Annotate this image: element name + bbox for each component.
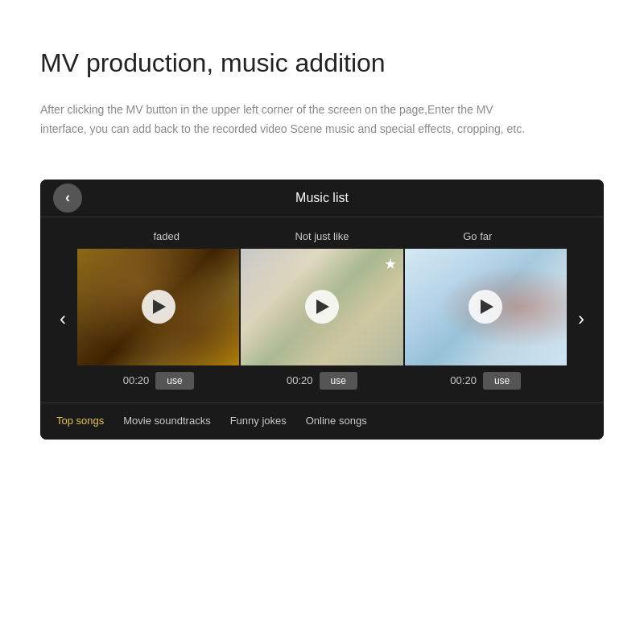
song-card-0: 00:20 use	[77, 249, 239, 390]
song-thumbnail-2	[405, 249, 567, 365]
play-button-1[interactable]	[305, 290, 339, 324]
app-mockup: ‹ Music list faded Not just like Go far …	[40, 180, 604, 440]
music-area: faded Not just like Go far ‹	[40, 217, 604, 402]
page-title: MV production, music addition	[40, 48, 604, 78]
use-button-0[interactable]: use	[155, 372, 193, 390]
tab-online-songs[interactable]: Online songs	[306, 415, 367, 427]
tab-funny-jokes[interactable]: Funny jokes	[230, 415, 287, 427]
tab-top-songs[interactable]: Top songs	[56, 415, 104, 427]
song-card-1: ★ 00:20 use	[241, 249, 402, 390]
category-tabs: Top songs Movie soundtracks Funny jokes …	[40, 402, 604, 440]
page-description: After clicking the MV button in the uppe…	[40, 101, 539, 139]
tab-movie-soundtracks[interactable]: Movie soundtracks	[123, 415, 210, 427]
song-label-0: faded	[89, 230, 244, 242]
next-arrow[interactable]: ›	[567, 304, 596, 333]
song-label-1: Not just like	[244, 230, 399, 242]
time-label-2: 00:20	[450, 374, 477, 386]
left-chevron-icon: ‹	[60, 308, 66, 330]
use-button-1[interactable]: use	[320, 372, 357, 390]
time-label-1: 00:20	[287, 374, 313, 386]
play-button-0[interactable]	[142, 290, 175, 324]
star-badge-1: ★	[384, 255, 397, 273]
right-chevron-icon: ›	[578, 308, 584, 330]
song-label-2: Go far	[400, 230, 555, 242]
song-card-2: 00:20 use	[405, 249, 567, 390]
play-icon-0	[153, 299, 166, 314]
carousel-wrapper: ‹ 00:20 use	[40, 249, 604, 390]
song-thumbnail-1: ★	[241, 249, 402, 365]
song-thumbnail-0	[77, 249, 239, 365]
play-icon-2	[481, 299, 493, 314]
play-button-2[interactable]	[469, 290, 502, 324]
header-title: Music list	[295, 191, 349, 205]
song-controls-2: 00:20 use	[450, 372, 521, 390]
page-container: MV production, music addition After clic…	[0, 0, 644, 472]
song-controls-1: 00:20 use	[287, 372, 357, 390]
play-icon-1	[316, 299, 329, 314]
time-label-0: 00:20	[123, 374, 150, 386]
use-button-2[interactable]: use	[483, 372, 521, 390]
back-button[interactable]: ‹	[53, 184, 82, 213]
prev-arrow[interactable]: ‹	[48, 304, 77, 333]
back-icon: ‹	[65, 189, 70, 206]
songs-row: 00:20 use ★ 00:20	[77, 249, 567, 390]
song-labels: faded Not just like Go far	[40, 230, 604, 242]
app-header: ‹ Music list	[40, 180, 604, 217]
song-controls-0: 00:20 use	[123, 372, 194, 390]
